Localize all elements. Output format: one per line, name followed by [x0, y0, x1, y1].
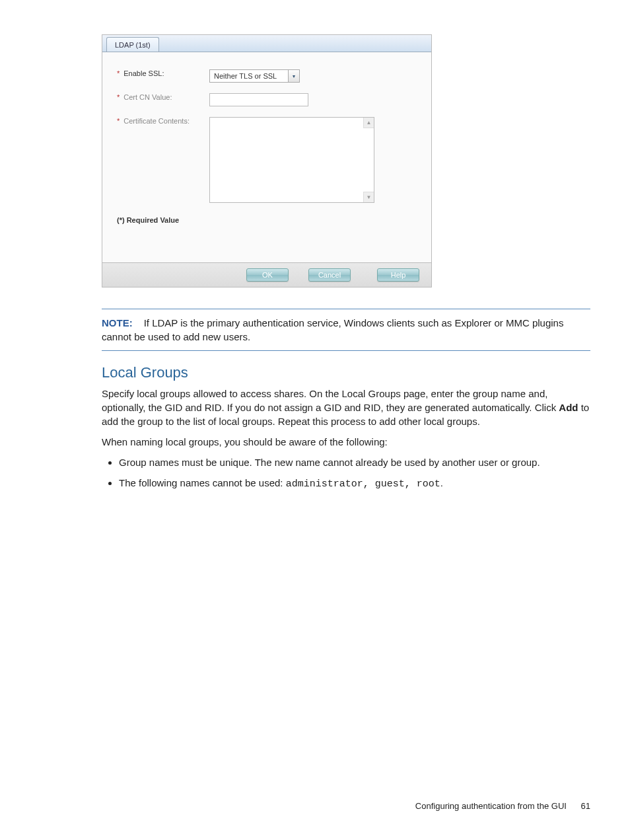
enable-ssl-text: Enable SSL:	[123, 69, 164, 77]
dialog-footer: OK Cancel Help	[102, 262, 431, 287]
select-dropdown-button[interactable]: ▾	[288, 69, 300, 83]
add-bold: Add	[559, 402, 578, 413]
bullet2-mono: administrator, guest, root	[286, 478, 440, 490]
local-groups-para1: Specify local groups allowed to access s…	[102, 387, 590, 428]
enable-ssl-label: * Enable SSL:	[117, 69, 209, 77]
cert-contents-text: Certificate Contents:	[123, 117, 190, 125]
help-button[interactable]: Help	[377, 268, 419, 282]
note-text	[135, 317, 144, 328]
local-groups-para2: When naming local groups, you should be …	[102, 435, 590, 449]
chevron-down-icon: ▾	[293, 73, 295, 79]
note-body: If LDAP is the primary authentication se…	[102, 317, 563, 342]
note-block: NOTE: If LDAP is the primary authenticat…	[102, 309, 590, 351]
dialog-body: * Enable SSL: Neither TLS or SSL ▾ * Cer…	[102, 52, 431, 262]
ok-button[interactable]: OK	[246, 268, 289, 282]
enable-ssl-value[interactable]: Neither TLS or SSL	[209, 69, 289, 83]
enable-ssl-select[interactable]: Neither TLS or SSL ▾	[209, 69, 300, 83]
local-groups-heading: Local Groups	[102, 364, 590, 381]
page-footer: Configuring authentication from the GUI …	[415, 801, 590, 811]
note-label: NOTE:	[102, 317, 133, 328]
required-asterisk: *	[117, 117, 120, 125]
ldap-dialog: LDAP (1st) * Enable SSL: Neither TLS or …	[102, 34, 432, 287]
bullet-list: Group names must be unique. The new name…	[102, 455, 590, 491]
bullet2b: .	[440, 477, 443, 488]
para1a: Specify local groups allowed to access s…	[102, 388, 559, 413]
page-number: 61	[581, 801, 590, 811]
cert-cn-label: * Cert CN Value:	[117, 93, 209, 101]
dialog-tabbar: LDAP (1st)	[102, 35, 431, 52]
bullet-2: The following names cannot be used: admi…	[119, 476, 590, 491]
tab-ldap-1st[interactable]: LDAP (1st)	[106, 37, 159, 52]
required-asterisk: *	[117, 69, 120, 77]
required-asterisk: *	[117, 93, 120, 101]
scroll-up-icon[interactable]: ▲	[363, 118, 374, 128]
required-value-note: (*) Required Value	[117, 216, 417, 224]
cert-contents-textarea[interactable]: ▲ ▼	[209, 117, 374, 203]
bullet2a: The following names cannot be used:	[119, 477, 286, 488]
footer-text: Configuring authentication from the GUI	[415, 801, 567, 811]
cert-contents-label: * Certificate Contents:	[117, 117, 209, 125]
cancel-button[interactable]: Cancel	[308, 268, 351, 282]
cert-cn-text: Cert CN Value:	[123, 93, 172, 101]
scroll-down-icon[interactable]: ▼	[363, 192, 374, 202]
cert-cn-input[interactable]	[209, 93, 308, 106]
bullet-1: Group names must be unique. The new name…	[119, 455, 590, 469]
